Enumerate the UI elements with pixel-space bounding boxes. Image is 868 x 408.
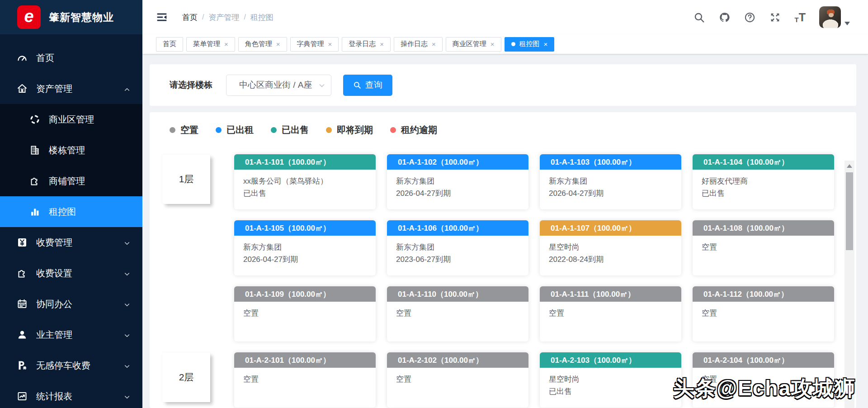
room-card[interactable]: 01-A-2-102（100.00㎡）空置 — [387, 352, 528, 408]
chevron-up-icon — [123, 85, 131, 92]
sidebar-item-parking-fee[interactable]: 无感停车收费 — [0, 350, 142, 381]
scrollbar-thumb[interactable] — [846, 172, 853, 250]
room-card[interactable]: 01-A-1-109（100.00㎡）空置 — [234, 286, 376, 342]
room-card[interactable]: 01-A-1-104（100.00㎡）好丽友代理商已出售 — [693, 154, 834, 209]
close-icon[interactable]: × — [276, 41, 280, 47]
close-icon[interactable]: × — [432, 41, 436, 47]
close-icon[interactable]: × — [328, 41, 332, 47]
legend-dot-icon — [390, 127, 396, 133]
sidebar-item-label: 商业区管理 — [49, 114, 94, 126]
room-status-text: 2026-04-27到期 — [243, 253, 367, 266]
breadcrumb-item[interactable]: 资产管理 — [208, 12, 239, 23]
room-card[interactable]: 01-A-1-112（100.00㎡）空置 — [693, 286, 834, 342]
building-select[interactable]: 中心区商业街 / A座 — [226, 75, 331, 96]
tab-menu-mgmt[interactable]: 菜单管理× — [186, 37, 235, 52]
room-card-body: 空置 — [234, 302, 376, 319]
room-tenant: 空置 — [702, 241, 825, 253]
sidebar-item-report[interactable]: 统计报表 — [0, 381, 142, 408]
tab-operation-log[interactable]: 操作日志× — [394, 37, 443, 52]
room-card[interactable]: 01-A-2-103（100.00㎡）星空时尚已出售 — [540, 352, 681, 408]
room-card[interactable]: 01-A-1-106（100.00㎡）新东方集团2023-06-27到期 — [387, 220, 528, 275]
tab-label: 字典管理 — [297, 40, 324, 48]
sidebar-item-label: 收费设置 — [36, 267, 72, 280]
tab-label: 首页 — [163, 40, 176, 48]
scrollbar[interactable] — [844, 161, 854, 408]
room-card[interactable]: 01-A-1-105（100.00㎡）新东方集团2026-04-27到期 — [234, 220, 376, 275]
sidebar-item-rent-map[interactable]: 租控图 — [0, 196, 142, 227]
floors-grid: 1层01-A-1-101（100.00㎡）xx服务公司（菜鸟驿站）已出售01-A… — [162, 154, 856, 408]
chevron-down-icon — [123, 270, 131, 277]
sidebar-item-office[interactable]: 协同办公 — [0, 289, 142, 319]
active-tab-dot-icon — [511, 42, 515, 46]
close-icon[interactable]: × — [544, 41, 548, 47]
sidebar-item-home[interactable]: 首页 — [0, 43, 142, 73]
room-card[interactable]: 01-A-1-102（100.00㎡）新东方集团2026-04-27到期 — [387, 154, 528, 209]
sidebar-menu: 首页资产管理商业区管理楼栋管理商铺管理租控图收费管理收费设置协同办公业主管理无感… — [0, 34, 142, 408]
tab-district-mgmt[interactable]: 商业区管理× — [446, 37, 501, 52]
close-icon[interactable]: × — [380, 41, 384, 47]
sidebar-item-shop-mgmt[interactable]: 商铺管理 — [0, 166, 142, 196]
sidebar-item-label: 统计报表 — [36, 390, 72, 403]
sidebar-item-district-mgmt[interactable]: 商业区管理 — [0, 104, 142, 135]
room-card-header: 01-A-2-103（100.00㎡） — [540, 352, 681, 368]
close-icon[interactable]: × — [491, 41, 495, 47]
tab-role-mgmt[interactable]: 角色管理× — [238, 37, 287, 52]
tab-login-log[interactable]: 登录日志× — [342, 37, 391, 52]
query-button[interactable]: 查询 — [343, 75, 392, 96]
room-card[interactable]: 01-A-2-104（100.00㎡）空置 — [693, 352, 834, 408]
sidebar-item-label: 楼栋管理 — [49, 144, 85, 157]
building-select-value: 中心区商业街 / A座 — [239, 79, 312, 91]
room-card[interactable]: 01-A-1-108（100.00㎡）空置 — [693, 220, 834, 275]
room-card-body: 空置 — [693, 302, 834, 319]
room-card[interactable]: 01-A-1-103（100.00㎡）新东方集团2026-04-27到期 — [540, 154, 681, 209]
breadcrumb-item[interactable]: 首页 — [182, 12, 198, 23]
tab-dict-mgmt[interactable]: 字典管理× — [290, 37, 339, 52]
room-tenant: 新东方集团 — [549, 175, 672, 187]
fee-icon — [16, 237, 28, 248]
close-icon[interactable]: × — [224, 41, 228, 47]
sidebar-toggle-icon[interactable] — [156, 11, 169, 24]
tab-rent-map[interactable]: 租控图× — [505, 37, 555, 52]
room-tenant: xx服务公司（菜鸟驿站） — [243, 175, 367, 187]
user-menu[interactable] — [819, 6, 850, 28]
user-avatar[interactable] — [819, 6, 841, 28]
room-card[interactable]: 01-A-1-111（100.00㎡）空置 — [540, 286, 681, 342]
rooms-grid: 01-A-1-101（100.00㎡）xx服务公司（菜鸟驿站）已出售01-A-1… — [234, 154, 834, 342]
room-status-text: 已出售 — [549, 385, 672, 398]
app-title: 肇新智慧物业 — [49, 10, 114, 24]
tab-home[interactable]: 首页 — [156, 37, 183, 52]
room-card[interactable]: 01-A-2-101（100.00㎡）空置 — [234, 352, 376, 408]
scroll-up-icon[interactable] — [847, 164, 852, 168]
floor-label: 1层 — [162, 154, 210, 204]
room-card-header: 01-A-1-106（100.00㎡） — [387, 220, 528, 236]
github-icon[interactable] — [719, 11, 731, 23]
room-tenant: 空置 — [396, 307, 519, 319]
dashboard-icon — [16, 52, 28, 64]
room-card[interactable]: 01-A-1-110（100.00㎡）空置 — [387, 286, 528, 342]
room-tenant: 空置 — [243, 307, 367, 319]
chevron-down-icon — [318, 81, 326, 89]
rooms-grid: 01-A-2-101（100.00㎡）空置01-A-2-102（100.00㎡）… — [234, 352, 834, 408]
search-icon[interactable] — [693, 11, 705, 23]
room-card-header: 01-A-1-110（100.00㎡） — [387, 286, 528, 302]
room-card-body: 空置 — [387, 302, 528, 319]
room-card-body: 新东方集团2023-06-27到期 — [387, 236, 528, 266]
sidebar-item-owner-mgmt[interactable]: 业主管理 — [0, 319, 142, 350]
room-card-body: 好丽友代理商已出售 — [693, 170, 834, 199]
topbar: 首页/资产管理/租控图 TT — [142, 0, 868, 34]
room-card[interactable]: 01-A-1-101（100.00㎡）xx服务公司（菜鸟驿站）已出售 — [234, 154, 376, 209]
sidebar-item-fee-mgmt[interactable]: 收费管理 — [0, 227, 142, 258]
fullscreen-icon[interactable] — [769, 11, 781, 23]
legend-dot-icon — [326, 127, 332, 133]
sidebar-item-assets[interactable]: 资产管理 — [0, 73, 142, 104]
legend-label: 即将到期 — [337, 124, 373, 136]
tab-label: 租控图 — [519, 40, 540, 48]
sidebar-item-fee-setting[interactable]: 收费设置 — [0, 258, 142, 289]
help-icon[interactable] — [744, 11, 756, 23]
sidebar-item-building-mgmt[interactable]: 楼栋管理 — [0, 135, 142, 166]
font-size-icon[interactable]: TT — [795, 12, 806, 23]
chevron-down-icon — [123, 300, 131, 308]
app-logo-icon: e — [17, 5, 41, 29]
sidebar-submenu-assets: 商业区管理楼栋管理商铺管理租控图 — [0, 104, 142, 227]
room-card[interactable]: 01-A-1-107（100.00㎡）星空时尚2022-08-24到期 — [540, 220, 681, 275]
